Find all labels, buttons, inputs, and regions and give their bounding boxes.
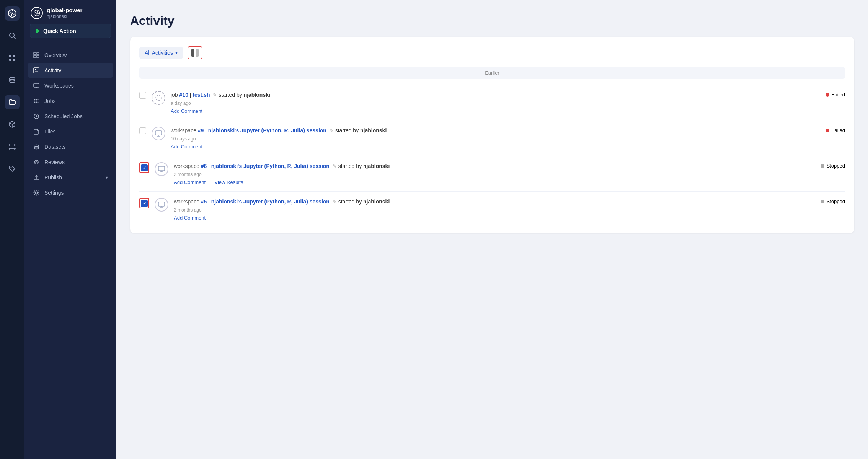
activity-status-2: Failed xyxy=(826,127,845,133)
filter-label: All Activities xyxy=(145,50,173,56)
svg-point-30 xyxy=(38,101,39,102)
svg-point-41 xyxy=(156,95,161,101)
activity-checkbox-4[interactable] xyxy=(141,200,148,207)
activity-checkbox-highlight-4 xyxy=(139,198,149,208)
workspaces-icon xyxy=(33,82,40,89)
svg-rect-20 xyxy=(35,69,36,70)
svg-rect-48 xyxy=(158,202,165,206)
sidebar-item-overview[interactable]: Overview xyxy=(28,48,113,62)
database-icon-sidebar[interactable] xyxy=(5,73,20,87)
activity-title-1: job #10 | test.sh ✎ started by njablonsk… xyxy=(171,91,820,99)
activity-actions-3: Add Comment | View Results xyxy=(174,179,815,185)
logo-icon[interactable] xyxy=(5,6,20,21)
view-toggle-inner xyxy=(191,49,199,57)
sidebar-divider xyxy=(30,44,111,44)
view-toggle-button[interactable] xyxy=(188,46,202,59)
svg-point-28 xyxy=(34,101,36,102)
sidebar-item-reviews[interactable]: Reviews xyxy=(28,155,113,169)
activity-link-name-3[interactable]: njablonski's Jupyter (Python, R, Julia) … xyxy=(211,163,330,169)
activity-link-number-3[interactable]: #6 xyxy=(201,163,207,169)
activity-checkbox-3[interactable] xyxy=(141,164,148,171)
arrows-icon-sidebar[interactable] xyxy=(5,139,20,154)
box-icon-sidebar[interactable] xyxy=(5,117,20,132)
activity-item: job #10 | test.sh ✎ started by njablonsk… xyxy=(139,85,845,120)
activity-link-name-4[interactable]: njablonski's Jupyter (Python, R, Julia) … xyxy=(211,199,330,205)
activity-user-4: njablonski xyxy=(363,199,390,205)
activity-body-2: workspace #9 | njablonski's Jupyter (Pyt… xyxy=(171,127,820,150)
edit-icon-3[interactable]: ✎ xyxy=(333,163,337,169)
svg-point-32 xyxy=(36,102,37,103)
activity-icon xyxy=(33,67,40,74)
sidebar-item-scheduled-jobs[interactable]: Scheduled Jobs xyxy=(28,109,113,124)
view-results-link-3[interactable]: View Results xyxy=(214,179,243,185)
quick-action-button[interactable]: Quick Action xyxy=(30,24,111,38)
sidebar-header: global-power njablonski xyxy=(24,0,116,24)
view-bar-1 xyxy=(191,49,194,57)
overview-label: Overview xyxy=(44,52,67,58)
sidebar-item-activity[interactable]: Activity xyxy=(28,63,113,78)
add-comment-link-2[interactable]: Add Comment xyxy=(171,144,202,150)
activity-link-name-1[interactable]: test.sh xyxy=(193,92,210,98)
filter-chevron: ▾ xyxy=(175,50,178,55)
sidebar-item-files[interactable]: Files xyxy=(28,124,113,139)
publish-label: Publish xyxy=(44,174,62,181)
sidebar-item-publish[interactable]: Publish ▾ xyxy=(28,170,113,185)
scheduled-jobs-icon xyxy=(33,113,40,120)
activities-filter-dropdown[interactable]: All Activities ▾ xyxy=(139,47,183,59)
activity-link-number-2[interactable]: #9 xyxy=(198,127,204,133)
activity-type-1: job xyxy=(171,92,179,98)
sidebar-item-jobs[interactable]: Jobs xyxy=(28,94,113,108)
activity-checkbox-1[interactable] xyxy=(139,92,146,99)
activity-body-3: workspace #6 | njablonski's Jupyter (Pyt… xyxy=(174,162,815,185)
activity-card: All Activities ▾ Earlier xyxy=(130,37,854,233)
activity-link-number-4[interactable]: #5 xyxy=(201,199,207,205)
search-icon-sidebar[interactable] xyxy=(5,28,20,43)
edit-icon-4[interactable]: ✎ xyxy=(333,199,337,205)
activity-status-4: Stopped xyxy=(821,198,845,204)
sidebar-username: njablonski xyxy=(47,14,82,19)
view-bar-2 xyxy=(196,49,199,57)
svg-rect-15 xyxy=(34,52,36,55)
sidebar-logo xyxy=(31,7,43,19)
activity-body-4: workspace #5 | njablonski's Jupyter (Pyt… xyxy=(174,198,815,221)
tag-icon-sidebar[interactable] xyxy=(5,161,20,176)
svg-rect-6 xyxy=(13,59,15,61)
svg-point-40 xyxy=(36,192,38,194)
activity-link-name-2[interactable]: njablonski's Jupyter (Python, R, Julia) … xyxy=(208,127,326,133)
sidebar-item-datasets[interactable]: Datasets xyxy=(28,140,113,154)
activity-icon-monitor-2 xyxy=(152,127,165,140)
svg-point-25 xyxy=(34,99,36,100)
sidebar-nav: Overview Activity xyxy=(24,48,116,200)
status-dot-stopped-4 xyxy=(821,200,824,203)
activity-checkbox-2[interactable] xyxy=(139,127,146,134)
activity-checkbox-highlight-3 xyxy=(139,162,149,173)
edit-icon-1[interactable]: ✎ xyxy=(213,92,217,98)
activity-icon-monitor-3 xyxy=(155,162,168,176)
svg-rect-18 xyxy=(37,55,39,58)
activity-time-3: 2 months ago xyxy=(174,172,815,177)
activity-link-number-1[interactable]: #10 xyxy=(179,92,188,98)
add-comment-link-4[interactable]: Add Comment xyxy=(174,215,206,221)
svg-point-13 xyxy=(11,167,12,168)
svg-point-37 xyxy=(34,145,39,147)
sidebar-item-settings[interactable]: Settings xyxy=(28,186,113,200)
edit-icon-2[interactable]: ✎ xyxy=(330,128,334,133)
app-name: global-power xyxy=(47,7,82,14)
svg-line-36 xyxy=(36,116,38,117)
add-comment-link-1[interactable]: Add Comment xyxy=(171,108,202,114)
jobs-icon xyxy=(33,98,40,104)
sidebar-item-workspaces[interactable]: Workspaces xyxy=(28,78,113,93)
reviews-label: Reviews xyxy=(44,159,65,165)
datasets-label: Datasets xyxy=(44,144,65,150)
activity-time-2: 10 days ago xyxy=(171,136,820,142)
svg-line-10 xyxy=(10,123,12,124)
add-comment-link-3[interactable]: Add Comment xyxy=(174,179,206,185)
apps-icon-sidebar[interactable] xyxy=(5,50,20,65)
svg-rect-22 xyxy=(34,83,39,87)
activity-actions-4: Add Comment xyxy=(174,215,815,221)
activity-title-3: workspace #6 | njablonski's Jupyter (Pyt… xyxy=(174,162,815,170)
folder-icon-sidebar[interactable] xyxy=(5,95,20,109)
svg-rect-19 xyxy=(34,68,39,73)
svg-point-31 xyxy=(34,102,36,103)
svg-rect-42 xyxy=(155,131,162,135)
